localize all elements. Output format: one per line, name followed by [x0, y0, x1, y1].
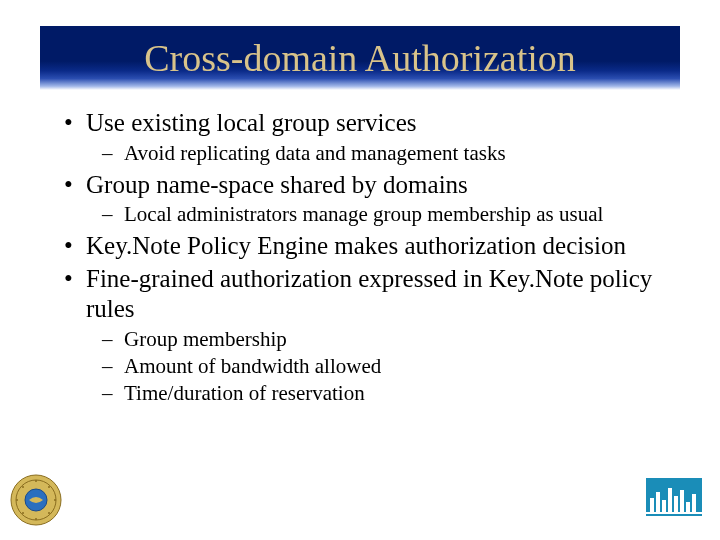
sub-list: Local administrators manage group member…	[86, 202, 670, 227]
bullet-text: Use existing local group services	[86, 109, 416, 136]
list-item: Amount of bandwidth allowed	[100, 354, 670, 379]
list-item: Use existing local group services Avoid …	[60, 108, 670, 166]
list-item: Local administrators manage group member…	[100, 202, 670, 227]
slide: Cross-domain Authorization Use existing …	[0, 0, 720, 540]
slide-title: Cross-domain Authorization	[144, 36, 576, 80]
svg-rect-21	[646, 514, 702, 516]
svg-point-6	[54, 499, 56, 501]
bullet-text: Group membership	[124, 327, 287, 351]
svg-rect-18	[686, 502, 690, 512]
svg-point-4	[35, 518, 37, 520]
bullet-text: Amount of bandwidth allowed	[124, 354, 381, 378]
bullet-text: Fine-grained authorization expressed in …	[86, 265, 652, 323]
svg-rect-19	[692, 494, 696, 512]
svg-point-10	[48, 512, 50, 514]
list-item: Time/duration of reservation	[100, 381, 670, 406]
logo-icon	[646, 478, 702, 520]
bullet-text: Key.Note Policy Engine makes authorizati…	[86, 232, 626, 259]
svg-point-5	[16, 499, 18, 501]
bullet-text: Time/duration of reservation	[124, 381, 365, 405]
list-item: Avoid replicating data and management ta…	[100, 141, 670, 166]
bullet-text: Avoid replicating data and management ta…	[124, 141, 506, 165]
title-bar: Cross-domain Authorization	[40, 26, 680, 90]
sub-list: Avoid replicating data and management ta…	[86, 141, 670, 166]
svg-rect-12	[650, 498, 654, 512]
svg-rect-14	[662, 500, 666, 512]
svg-point-3	[35, 480, 37, 482]
svg-point-7	[22, 486, 24, 488]
sub-list: Group membership Amount of bandwidth all…	[86, 327, 670, 407]
list-item: Group name-space shared by domains Local…	[60, 170, 670, 228]
list-item: Group membership	[100, 327, 670, 352]
svg-rect-16	[674, 496, 678, 512]
slide-content: Use existing local group services Avoid …	[60, 108, 670, 410]
svg-point-9	[22, 512, 24, 514]
bullet-list: Use existing local group services Avoid …	[60, 108, 670, 406]
bullet-text: Local administrators manage group member…	[124, 202, 603, 226]
list-item: Key.Note Policy Engine makes authorizati…	[60, 231, 670, 262]
svg-rect-17	[680, 490, 684, 512]
list-item: Fine-grained authorization expressed in …	[60, 264, 670, 407]
svg-rect-15	[668, 488, 672, 512]
svg-rect-13	[656, 492, 660, 512]
seal-icon	[10, 474, 62, 526]
svg-point-8	[48, 486, 50, 488]
bullet-text: Group name-space shared by domains	[86, 171, 468, 198]
